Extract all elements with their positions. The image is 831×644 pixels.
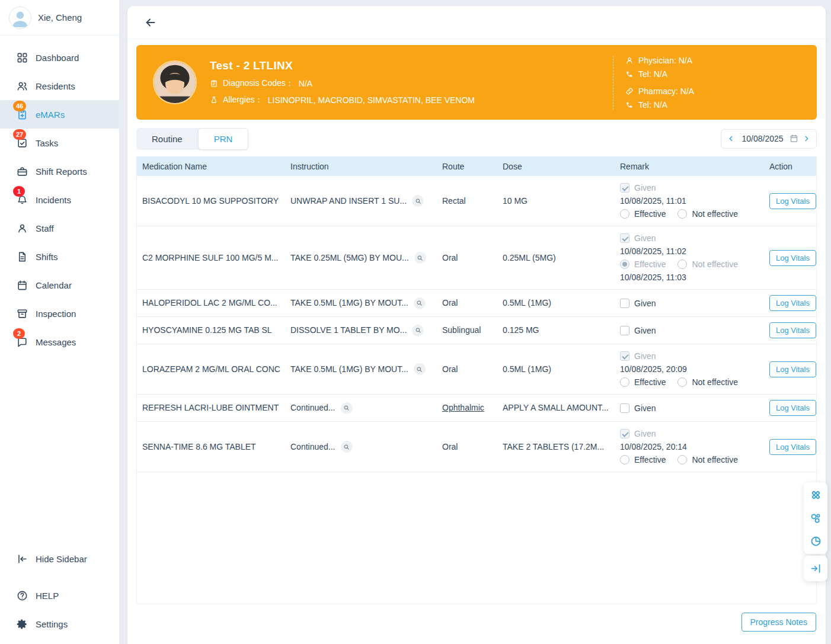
table-body: BISACODYL 10 MG SUPPOSITORY UNWRAP AND I… [137, 176, 816, 472]
next-day-button[interactable] [802, 134, 811, 143]
route-value: Oral [442, 442, 458, 451]
pie-chart-icon[interactable] [805, 530, 826, 553]
medication-table: Medication Name Instruction Route Dose R… [136, 156, 817, 604]
instruction-zoom-icon[interactable] [412, 195, 424, 207]
log-vitals-button[interactable]: Log Vitals [769, 439, 816, 455]
instruction-zoom-icon[interactable] [341, 441, 353, 453]
not-effective-label: Not effective [692, 377, 738, 387]
given-time: 10/08/2025, 11:02 [620, 246, 764, 256]
dose-value: 0.5ML (1MG) [503, 298, 551, 307]
dose-value: APPLY A SMALL AMOUNT... [503, 403, 609, 412]
not-effective-radio[interactable] [677, 377, 687, 387]
sidebar-item-shift-reports[interactable]: Shift Reports [0, 157, 119, 185]
log-vitals-button[interactable]: Log Vitals [769, 295, 816, 311]
help-button[interactable]: HELP [0, 581, 119, 610]
sidebar-item-messages[interactable]: 2 Messages [0, 328, 119, 356]
instruction-zoom-icon[interactable] [341, 402, 353, 414]
nav-label: Tasks [36, 138, 58, 148]
instruction-zoom-icon[interactable] [414, 252, 426, 264]
sidebar-item-staff[interactable]: Staff [0, 214, 119, 242]
sidebar-item-dashboard[interactable]: Dashboard [0, 43, 119, 72]
nav-badge: 2 [13, 328, 25, 339]
table-row: LORAZEPAM 2 MG/ML ORAL CONC TAKE 0.5ML (… [137, 344, 816, 395]
effective-radio[interactable] [620, 455, 629, 464]
sidebar-item-incidents[interactable]: 1 Incidents [0, 185, 119, 214]
given-time: 10/08/2025, 20:14 [620, 442, 764, 451]
prev-day-button[interactable] [726, 134, 736, 143]
instruction-zoom-icon[interactable] [414, 297, 426, 309]
given-checkbox[interactable] [620, 299, 629, 308]
not-effective-radio[interactable] [677, 259, 687, 269]
effective-radio[interactable] [620, 259, 629, 269]
user-profile[interactable]: Xie, Cheng [0, 0, 119, 36]
log-vitals-button[interactable]: Log Vitals [769, 400, 816, 416]
sidebar-item-shifts[interactable]: Shifts [0, 242, 119, 271]
help-icon [17, 590, 28, 601]
table-row: SENNA-TIME 8.6 MG TABLET Continued... Or… [137, 422, 816, 472]
settings-button[interactable]: Settings [0, 610, 119, 638]
given-checkbox[interactable] [620, 351, 629, 361]
nav-badge: 27 [13, 129, 26, 140]
instruction-zoom-icon[interactable] [414, 363, 426, 375]
column-header-action: Action [764, 162, 816, 171]
given-checkbox[interactable] [620, 326, 629, 335]
log-vitals-button[interactable]: Log Vitals [769, 193, 816, 209]
tab-routine[interactable]: Routine [136, 128, 198, 150]
sidebar-item-inspection[interactable]: Inspection [0, 299, 119, 328]
route-value[interactable]: Ophthalmic [442, 403, 484, 412]
log-vitals-button[interactable]: Log Vitals [769, 250, 816, 266]
not-effective-radio[interactable] [677, 209, 687, 219]
sidebar-item-calendar[interactable]: Calendar [0, 271, 119, 299]
bubbles-icon[interactable] [805, 507, 826, 530]
collapse-panel-icon[interactable] [805, 557, 826, 580]
given-checkbox[interactable] [620, 429, 629, 438]
given-checkbox[interactable] [620, 403, 629, 413]
calendar-icon[interactable] [790, 134, 799, 143]
nav-label: Shift Reports [36, 166, 87, 177]
side-toolbar-top [804, 482, 827, 554]
bandages-icon[interactable] [805, 483, 826, 507]
log-vitals-button[interactable]: Log Vitals [769, 322, 816, 338]
shifts-icon [17, 251, 28, 262]
nav-label: Residents [36, 81, 75, 91]
effective-label: Effective [634, 259, 666, 269]
medication-name: BISACODYL 10 MG SUPPOSITORY [142, 196, 279, 206]
tab-prn[interactable]: PRN [198, 128, 249, 150]
dose-value: 0.5ML (1MG) [503, 364, 551, 374]
progress-notes-button[interactable]: Progress Notes [741, 613, 816, 632]
allergies-line: Allergies： LISINOPRIL, MACROBID, SIMVAST… [210, 95, 475, 105]
instruction-zoom-icon[interactable] [412, 325, 424, 337]
column-header-route: Route [437, 162, 497, 171]
given-time: 10/08/2025, 11:01 [620, 196, 764, 206]
effective-radio[interactable] [620, 209, 629, 219]
sidebar-nav: Dashboard Residents 46 eMARs 27 Tasks Sh… [0, 36, 119, 356]
help-label: HELP [36, 591, 59, 601]
given-line: Given [620, 183, 764, 193]
sidebar-item-tasks[interactable]: 27 Tasks [0, 129, 119, 157]
pharmacy-group: Pharmacy: N/A Tel: N/A [625, 86, 803, 110]
table-row: HYOSCYAMINE 0.125 MG TAB SL DISSOLVE 1 T… [137, 317, 816, 344]
given-time: 10/08/2025, 20:09 [620, 364, 764, 374]
phone-icon [625, 101, 634, 109]
physician-group: Physician: N/A Tel: N/A [625, 56, 803, 79]
sidebar: Xie, Cheng Dashboard Residents 46 eMARs … [0, 0, 119, 644]
not-effective-radio[interactable] [677, 455, 687, 464]
given-checkbox[interactable] [620, 183, 629, 193]
effectiveness-radios: Effective Not effective [620, 209, 764, 219]
back-button[interactable] [142, 14, 159, 31]
date-value[interactable]: 10/08/2025 [739, 134, 787, 143]
patient-avatar [153, 60, 197, 104]
diagnosis-label: Diagnosis Codes： [223, 78, 294, 89]
sidebar-item-residents[interactable]: Residents [0, 72, 119, 100]
column-header-remark: Remark [615, 162, 764, 171]
given-checkbox[interactable] [620, 233, 629, 243]
effective-radio[interactable] [620, 377, 629, 387]
effective-label: Effective [634, 377, 666, 387]
given-label: Given [634, 233, 656, 243]
pharmacy-line: Pharmacy: N/A [625, 86, 803, 96]
inspection-icon [17, 308, 28, 319]
sidebar-item-emars[interactable]: 46 eMARs [0, 100, 119, 129]
hide-sidebar-button[interactable]: Hide Sidebar [0, 544, 119, 573]
dose-value: 10 MG [503, 196, 528, 206]
log-vitals-button[interactable]: Log Vitals [769, 361, 816, 377]
